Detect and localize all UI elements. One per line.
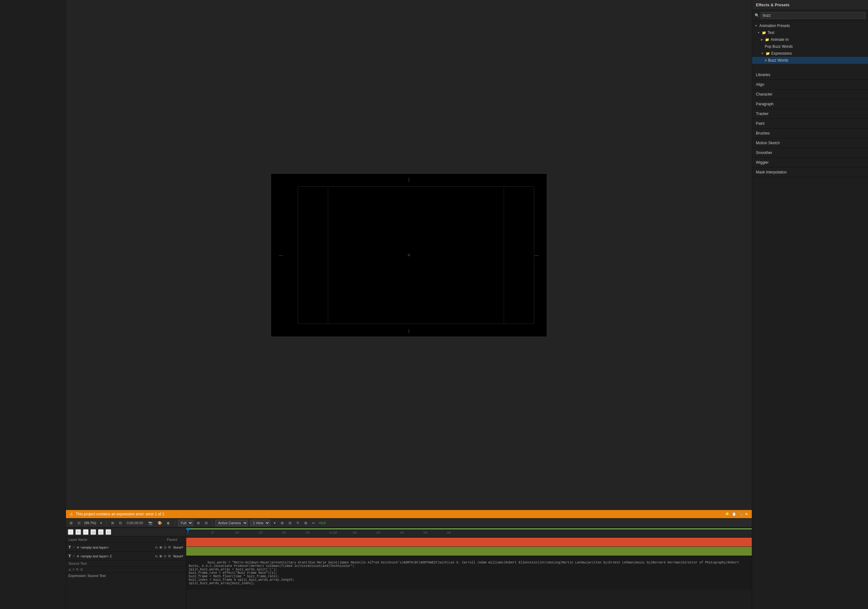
ruler-tick-9: 15f bbox=[400, 531, 404, 534]
paragraph-header[interactable]: Paragraph bbox=[752, 99, 868, 109]
view-options-btn[interactable]: ▾ bbox=[273, 520, 277, 526]
view-btn-3[interactable]: ⊟ bbox=[287, 520, 293, 526]
timeline-toolbar: ↕ ↻ + ⊞ ◎ ⊟ bbox=[66, 528, 186, 536]
viewer-area: + — — | | bbox=[66, 0, 752, 510]
center-area: + — — | | ⚠ This project contains an exp… bbox=[66, 0, 752, 609]
text-expand-arrow: ▼ bbox=[757, 31, 760, 34]
error-message: This project contains an expression erro… bbox=[76, 512, 164, 516]
crosshair-top-icon: | bbox=[408, 177, 409, 182]
timeline-tool-1[interactable]: ↕ bbox=[68, 529, 73, 535]
align-header[interactable]: Align bbox=[752, 80, 868, 90]
timeline-left: ↕ ↻ + ⊞ ◎ ⊟ Layer Name Parent T ☆ bbox=[66, 528, 186, 609]
zoom-btn[interactable]: ▾ bbox=[99, 520, 103, 526]
ruler-tick-2: 10f bbox=[235, 531, 239, 534]
layer-parent-select-2[interactable]: ⊞ bbox=[168, 554, 171, 558]
timeline-right[interactable]: 0 5f 10f 15f 20f 25f 01:00f 05f 10f 15f … bbox=[186, 528, 752, 609]
layer-parent-select-1[interactable]: ⊞ bbox=[168, 545, 171, 549]
folder-icon-text: 📁 bbox=[762, 31, 766, 35]
expression-equals-icon: = bbox=[73, 567, 75, 572]
fit-btn[interactable]: ⊞ bbox=[110, 520, 115, 526]
timeline-track-1[interactable] bbox=[186, 538, 752, 547]
error-icon-4[interactable]: ✕ bbox=[745, 512, 748, 516]
motion-sketch-header[interactable]: Motion Sketch bbox=[752, 138, 868, 148]
layer-parent-dropdown-2[interactable]: None bbox=[174, 554, 181, 558]
tree-animate-in[interactable]: ▶ 📁 Animate In bbox=[752, 36, 868, 43]
layer-parent-arrow-1[interactable]: ▾ bbox=[181, 545, 183, 549]
tree-buzz-words[interactable]: A Buzz Words bbox=[752, 57, 868, 64]
layer-solo-2[interactable]: ☆ bbox=[72, 554, 75, 558]
viewer-btn-2[interactable]: ⊡ bbox=[76, 520, 82, 526]
source-text-section: Source Text bbox=[66, 561, 186, 567]
layer-header: Layer Name Parent bbox=[66, 536, 186, 543]
character-header[interactable]: Character bbox=[752, 90, 868, 99]
layer-label-1: <empty text layer> bbox=[81, 545, 109, 549]
view-btn-2[interactable]: ⊞ bbox=[279, 520, 285, 526]
view-btn-4[interactable]: ↻ bbox=[295, 520, 301, 526]
layer-visibility-1[interactable]: ◉ bbox=[159, 545, 162, 549]
layer-row-1[interactable]: T ☆ ◈ <empty text layer> fx ◉ ◎ ⊞ None ▾ bbox=[66, 543, 186, 552]
source-text-label: Source Text bbox=[68, 562, 87, 566]
timecode-display[interactable]: 0;00;00;00 bbox=[126, 520, 144, 525]
quality-dropdown[interactable]: Full bbox=[178, 520, 193, 526]
timeline-tool-6[interactable]: ⊟ bbox=[105, 529, 111, 535]
error-bar: ⚠ This project contains an expression er… bbox=[66, 510, 752, 518]
wiggler-header[interactable]: Wiggler bbox=[752, 158, 868, 168]
tree-animation-presets[interactable]: ▼ Animation Presets bbox=[752, 22, 868, 29]
viewer-canvas-inner bbox=[298, 186, 534, 324]
ruler-tick-7: 05f bbox=[353, 531, 357, 534]
expression-toggle-2[interactable]: ⊙ bbox=[80, 567, 83, 572]
timeline-track-2[interactable] bbox=[186, 547, 752, 556]
camera-dropdown[interactable]: Active Camera bbox=[215, 520, 248, 526]
timeline-tool-3[interactable]: + bbox=[83, 529, 88, 535]
timeline-tool-4[interactable]: ⊞ bbox=[90, 529, 96, 535]
layer-parent-arrow-2[interactable]: ▾ bbox=[181, 554, 183, 558]
layer-row-2[interactable]: T ☆ ◈ <empty text layer> 2 fx ◉ ◎ ⊞ None… bbox=[66, 552, 186, 561]
paint-header[interactable]: Paint bbox=[752, 119, 868, 129]
fast-preview-btn[interactable]: ⊞ bbox=[196, 520, 201, 526]
brushes-header[interactable]: Brushes bbox=[752, 129, 868, 138]
search-input[interactable] bbox=[761, 12, 865, 19]
snapshot-btn[interactable]: 📷 bbox=[147, 520, 154, 526]
error-icon-1[interactable]: 🔔 bbox=[725, 512, 730, 516]
viewer-btn-1[interactable]: ⊞ bbox=[68, 520, 74, 526]
warning-small-icon: ⚠ bbox=[68, 568, 71, 571]
crosshair-left-icon: — bbox=[279, 253, 283, 258]
tree-expressions[interactable]: ▼ 📁 Expressions bbox=[752, 50, 868, 57]
ruler-tick-6: 01:00f bbox=[329, 531, 337, 534]
expression-toggle-1[interactable]: ↻ bbox=[76, 567, 79, 572]
layer-solo-1[interactable]: ☆ bbox=[72, 545, 75, 549]
ruler-tick-10: 20f bbox=[423, 531, 428, 534]
color-btn[interactable]: 🎨 bbox=[157, 520, 163, 526]
error-icon-2[interactable]: 📋 bbox=[732, 512, 736, 516]
view-btn-5[interactable]: ⊞ bbox=[303, 520, 308, 526]
ruler-tick-8: 10f bbox=[376, 531, 380, 534]
region-of-interest-btn[interactable]: ⊟ bbox=[203, 520, 209, 526]
layer-shy-1[interactable]: ◈ bbox=[77, 545, 79, 549]
timeline-tool-2[interactable]: ↻ bbox=[75, 529, 81, 535]
expressions-expand-arrow: ▼ bbox=[761, 52, 764, 55]
error-icon-3[interactable]: 🔧 bbox=[738, 512, 743, 516]
safe-zones-btn[interactable]: ⊟ bbox=[118, 520, 123, 526]
crosshair-bottom-icon: | bbox=[408, 328, 409, 333]
animation-presets-label: Animation Presets bbox=[760, 23, 790, 28]
tree-pop-buzz-words[interactable]: Pop Buzz Words bbox=[752, 43, 868, 50]
layer-lock-1[interactable]: ◎ bbox=[164, 545, 167, 549]
tree-text[interactable]: ▼ 📁 Text bbox=[752, 29, 868, 36]
transparency-btn[interactable]: ◐ bbox=[166, 520, 172, 526]
zoom-level[interactable]: (99.7%) bbox=[84, 521, 96, 525]
preset-icon: A bbox=[765, 59, 767, 62]
folder-icon-expressions: 📁 bbox=[766, 51, 770, 56]
libraries-header[interactable]: Libraries bbox=[752, 70, 868, 80]
crosshair-right-icon: — bbox=[535, 253, 539, 258]
layer-controls-1: fx ◉ ◎ ⊞ bbox=[155, 545, 171, 549]
layer-visibiilty-2[interactable]: ◉ bbox=[159, 554, 162, 558]
tracker-header[interactable]: Tracker bbox=[752, 109, 868, 119]
mask-interpolation-header[interactable]: Mask Interpolation bbox=[752, 168, 868, 177]
layer-parent-dropdown-1[interactable]: None bbox=[174, 545, 181, 549]
layer-shy-2[interactable]: ◈ bbox=[77, 554, 79, 558]
view-dropdown[interactable]: 1 View bbox=[250, 520, 270, 526]
layer-lock-2[interactable]: ◎ bbox=[164, 554, 167, 558]
reset-btn[interactable]: ↩ bbox=[311, 520, 316, 526]
timeline-tool-5[interactable]: ◎ bbox=[98, 529, 104, 535]
smoother-header[interactable]: Smoother bbox=[752, 148, 868, 158]
